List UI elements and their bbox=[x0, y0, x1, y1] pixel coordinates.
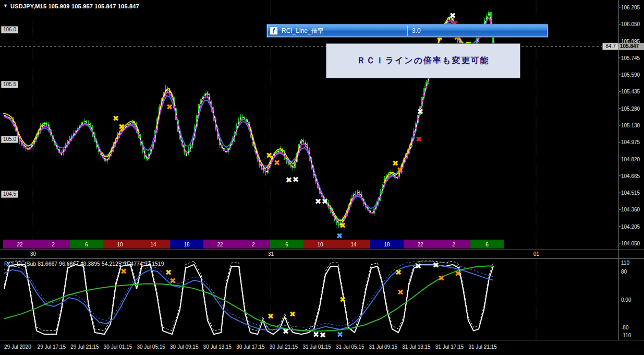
time-axis-label: 30 Jul 01:15 bbox=[104, 344, 132, 350]
param-divider bbox=[407, 26, 408, 36]
spread-badge: 84.7 bbox=[602, 43, 619, 50]
time-axis-label: 30 Jul 09:15 bbox=[170, 344, 199, 350]
time-axis-label: 29 Jul 17:15 bbox=[38, 344, 66, 350]
time-axis-label: 30 Jul 05:15 bbox=[137, 344, 165, 350]
time-axis-label: 31 Jul 17:15 bbox=[435, 344, 464, 350]
time-axis-label: 30 Jul 13:15 bbox=[203, 344, 232, 350]
param-value-field[interactable]: 3.0 bbox=[412, 27, 421, 34]
time-axis-label: 31 Jul 13:15 bbox=[402, 344, 431, 350]
time-axis-label: 31 Jul 21:15 bbox=[468, 344, 497, 350]
time-axis-label: 29 Jul 2020 bbox=[4, 344, 31, 350]
time-axis-label: 31 Jul 09:15 bbox=[369, 344, 398, 350]
mt4-chart-window: 222610141822261014182226✖✖✖✖✖✖✖✖✖✖✖✖✖✖✖✖… bbox=[0, 0, 644, 355]
indicator-icon: ƒ bbox=[270, 27, 278, 35]
sub-indicator-label: RCI_EL_Sub 81.6667 96.6667 49.3895 54.21… bbox=[4, 261, 164, 267]
param-name-label: RCI_Line_倍率 bbox=[282, 27, 324, 36]
time-axis-label: 30 Jul 17:15 bbox=[236, 344, 265, 350]
callout-text: ＲＣＩラインの倍率も変更可能 bbox=[357, 55, 490, 66]
indicator-param-row[interactable]: ƒ RCI_Line_倍率 3.0 bbox=[267, 25, 548, 37]
time-axis-label: 30 Jul 21:15 bbox=[270, 344, 298, 350]
time-axis-label: 31 Jul 01:15 bbox=[302, 344, 331, 350]
time-axis[interactable]: 29 Jul 202029 Jul 17:1529 Jul 21:1530 Ju… bbox=[0, 0, 644, 355]
current-price-box: 105.847 bbox=[619, 43, 644, 50]
time-axis-label: 29 Jul 21:15 bbox=[70, 344, 99, 350]
time-axis-label: 31 Jul 05:15 bbox=[336, 344, 364, 350]
callout-box: ＲＣＩラインの倍率も変更可能 bbox=[326, 43, 520, 78]
